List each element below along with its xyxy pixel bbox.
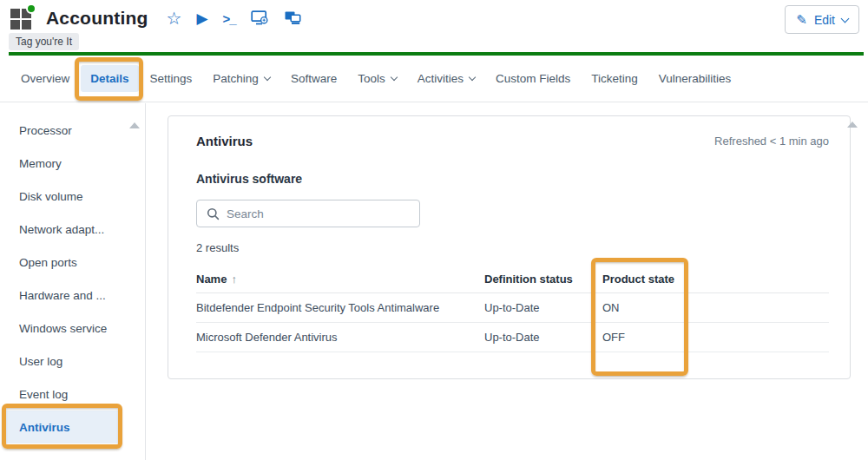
sidebar-item-hardware[interactable]: Hardware and ...	[0, 279, 122, 312]
sidebar-item-windows-service[interactable]: Windows service	[0, 312, 122, 345]
tab-settings[interactable]: Settings	[141, 65, 202, 92]
sidebar-item-event-log[interactable]: Event log	[0, 378, 122, 411]
tab-tools[interactable]: Tools	[348, 65, 406, 92]
sidebar-item-disk-volume[interactable]: Disk volume	[0, 180, 122, 213]
search-box	[196, 200, 420, 227]
cell-name: Microsoft Defender Antivirus	[196, 331, 484, 344]
favorite-star-icon[interactable]: ☆	[167, 10, 182, 27]
tab-bar: Overview Details Settings Patching Softw…	[0, 56, 868, 102]
search-input[interactable]	[220, 200, 419, 227]
refreshed-timestamp: Refreshed < 1 min ago	[714, 135, 829, 148]
device-page: Accounting ☆ ▶ >_	[0, 0, 868, 460]
cell-name: Bitdefender Endpoint Security Tools Anti…	[196, 301, 484, 314]
tab-patching[interactable]: Patching	[203, 65, 279, 92]
windows-logo-icon	[10, 7, 33, 30]
results-count: 2 results	[196, 241, 850, 254]
chevron-down-icon	[264, 74, 271, 81]
tab-software[interactable]: Software	[281, 65, 346, 92]
device-header: Accounting ☆ ▶ >_	[0, 0, 868, 52]
remote-desktop-icon[interactable]	[284, 10, 302, 26]
content-scroll-up-arrow[interactable]	[847, 122, 858, 128]
sidebar-item-memory[interactable]: Memory	[0, 147, 122, 180]
remote-support-icon[interactable]	[251, 10, 269, 26]
sidebar-item-user-log[interactable]: User log	[0, 345, 122, 378]
section-title: Antivirus software	[196, 172, 850, 186]
table-row: Bitdefender Endpoint Security Tools Anti…	[196, 293, 829, 323]
antivirus-panel: Antivirus Refreshed < 1 min ago Antiviru…	[168, 115, 851, 379]
table-header-row: Name ↑ Definition status Product state	[196, 265, 829, 293]
edit-button-label: Edit	[814, 13, 835, 27]
column-header-product-state[interactable]: Product state	[602, 273, 829, 286]
sidebar-item-open-ports[interactable]: Open ports	[0, 246, 122, 279]
sidebar-item-antivirus[interactable]: Antivirus	[3, 411, 120, 444]
cell-definition-status: Up-to-Date	[484, 301, 602, 314]
device-tag[interactable]: Tag you're It	[9, 33, 79, 50]
cell-product-state: OFF	[602, 331, 829, 344]
search-icon	[207, 207, 220, 220]
terminal-icon[interactable]: >_	[223, 12, 236, 25]
table-row: Microsoft Defender Antivirus Up-to-Date …	[196, 323, 829, 352]
online-status-dot	[26, 3, 36, 14]
tab-details[interactable]: Details	[81, 65, 138, 92]
sidebar-item-network-adapters[interactable]: Network adapt...	[0, 213, 122, 246]
sidebar-item-processor[interactable]: Processor	[0, 114, 122, 147]
cell-definition-status: Up-to-Date	[484, 331, 602, 344]
run-play-icon[interactable]: ▶	[196, 11, 207, 26]
antivirus-table: Name ↑ Definition status Product state B…	[196, 265, 829, 352]
column-header-name[interactable]: Name ↑	[196, 273, 484, 286]
panel-title: Antivirus	[196, 134, 253, 148]
sort-ascending-icon: ↑	[231, 273, 237, 286]
tab-activities[interactable]: Activities	[408, 65, 484, 92]
chevron-down-icon	[469, 74, 476, 81]
sidebar-scroll-up-arrow[interactable]	[129, 122, 140, 128]
edit-button[interactable]: ✎ Edit	[785, 5, 859, 34]
chevron-down-icon	[390, 74, 397, 81]
tab-custom-fields[interactable]: Custom Fields	[486, 65, 580, 92]
details-sidebar: Processor Memory Disk volume Network ada…	[0, 103, 146, 460]
pencil-icon: ✎	[796, 12, 807, 28]
tab-ticketing[interactable]: Ticketing	[582, 65, 648, 92]
tab-vulnerabilities[interactable]: Vulnerabilities	[649, 65, 741, 92]
device-title: Accounting	[46, 8, 148, 29]
column-header-definition-status[interactable]: Definition status	[484, 273, 602, 286]
tab-overview[interactable]: Overview	[11, 65, 79, 92]
cell-product-state: ON	[602, 301, 829, 314]
chevron-down-icon	[841, 14, 850, 23]
